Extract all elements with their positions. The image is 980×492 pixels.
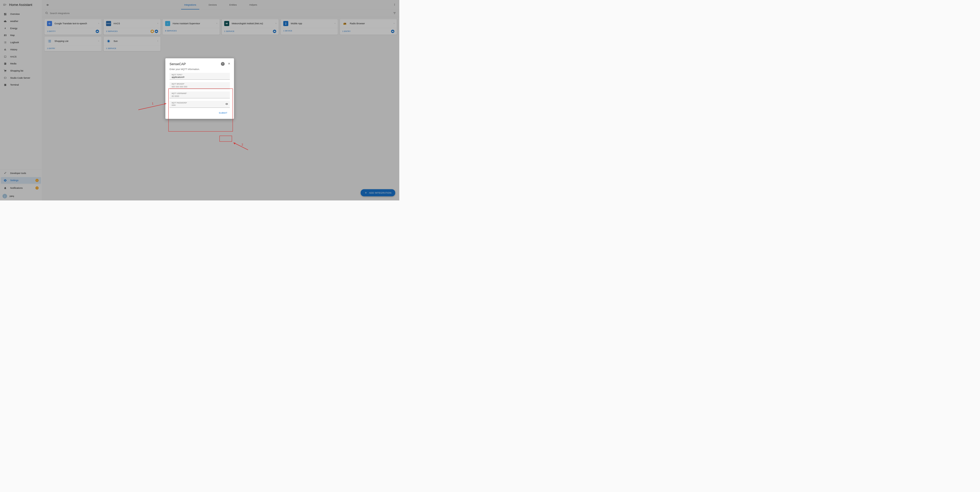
sensecap-dialog: SenseCAP ? ✕ Enter your MQTT information… xyxy=(165,58,234,119)
mqtt-username-field[interactable]: MQTT USERNAME* xyxy=(169,91,230,98)
mqtt-broker-field[interactable]: MQTT BROKER* xyxy=(169,82,230,89)
submit-button[interactable]: SUBMIT xyxy=(216,110,230,116)
mqtt-broker-input[interactable] xyxy=(172,85,228,88)
field-label: MQTT TOPIC* xyxy=(172,74,228,76)
field-label: MQTT USERNAME* xyxy=(172,93,228,94)
mqtt-password-input[interactable] xyxy=(172,104,228,107)
help-icon[interactable]: ? xyxy=(221,62,225,66)
mqtt-topic-field[interactable]: MQTT TOPIC* xyxy=(169,73,230,80)
eye-icon[interactable] xyxy=(225,102,228,106)
modal-overlay[interactable]: SenseCAP ? ✕ Enter your MQTT information… xyxy=(0,0,399,201)
mqtt-topic-input[interactable] xyxy=(172,76,228,79)
field-label: MQTT PASSWORD* xyxy=(172,102,228,104)
close-icon[interactable]: ✕ xyxy=(228,62,230,65)
mqtt-username-input[interactable] xyxy=(172,94,228,97)
field-label: MQTT BROKER* xyxy=(172,83,228,85)
mqtt-password-field[interactable]: MQTT PASSWORD* xyxy=(169,101,230,108)
dialog-subtitle: Enter your MQTT information. xyxy=(169,68,230,71)
